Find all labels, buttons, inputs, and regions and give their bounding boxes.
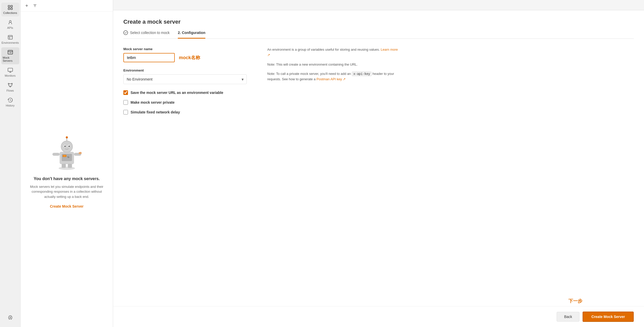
- middle-header: [21, 0, 113, 12]
- mock-name-input[interactable]: [123, 53, 175, 62]
- info-env: An environment is a group of variables u…: [267, 47, 401, 58]
- steps-nav: Select collection to mock 2. Configurati…: [123, 30, 634, 39]
- delay-label: Simulate fixed network delay: [131, 110, 180, 114]
- svg-point-20: [68, 146, 70, 147]
- environments-icon: [7, 34, 13, 40]
- sidebar-item-history[interactable]: History: [1, 95, 19, 109]
- svg-rect-7: [8, 68, 12, 72]
- env-select[interactable]: No Environment: [123, 74, 247, 84]
- top-bar: [113, 0, 644, 10]
- sidebar: Collections APIs Environments Mock Serve…: [0, 0, 21, 327]
- sidebar-item-environments[interactable]: Environments: [1, 32, 19, 46]
- apis-icon: [7, 20, 13, 25]
- svg-rect-6: [8, 50, 12, 54]
- name-row: mock名称: [123, 53, 257, 62]
- env-select-wrapper: No Environment ▾: [123, 74, 247, 84]
- history-icon: [7, 97, 13, 103]
- save-url-label: Save the mock server URL as an environme…: [131, 91, 223, 95]
- name-label: Mock server name: [123, 47, 257, 51]
- private-label: Make mock server private: [131, 100, 174, 104]
- svg-point-4: [9, 21, 11, 22]
- rocket-button[interactable]: [6, 313, 15, 322]
- empty-title: You don't have any mock servers.: [34, 176, 100, 181]
- sidebar-item-monitors[interactable]: Monitors: [1, 65, 19, 79]
- svg-rect-3: [11, 8, 12, 10]
- flows-icon: [7, 82, 13, 88]
- filter-button[interactable]: [32, 3, 38, 9]
- rocket-icon: [8, 315, 13, 320]
- svg-point-8: [8, 83, 9, 84]
- annotation-area: 下一步: [113, 298, 644, 306]
- checkbox-private: Make mock server private: [123, 100, 257, 105]
- postman-api-key-link[interactable]: Postman API key ↗: [317, 77, 346, 81]
- sidebar-item-label: APIs: [7, 26, 13, 29]
- sidebar-item-label: Environments: [2, 41, 19, 44]
- create-mock-server-link[interactable]: Create Mock Server: [50, 204, 84, 208]
- empty-desc: Mock servers let you simulate endpoints …: [26, 184, 108, 199]
- info-area: An environment is a group of variables u…: [267, 47, 401, 120]
- form-content-row: Mock server name mock名称 Environment No E…: [123, 47, 634, 120]
- sidebar-item-label: Monitors: [5, 74, 15, 77]
- back-button[interactable]: Back: [557, 312, 579, 322]
- private-checkbox[interactable]: [123, 100, 128, 105]
- save-url-checkbox[interactable]: [123, 90, 128, 95]
- info-env-text: An environment is a group of variables u…: [267, 48, 380, 51]
- create-mock-server-button[interactable]: Create Mock Server: [583, 312, 634, 322]
- info-note2: Note: To call a private mock server, you…: [267, 71, 401, 82]
- sidebar-item-label: Flows: [6, 89, 14, 92]
- step-1[interactable]: Select collection to mock: [123, 30, 170, 39]
- name-annotation: mock名称: [179, 55, 200, 61]
- svg-point-16: [66, 136, 68, 138]
- middle-empty-state: You don't have any mock servers. Mock se…: [21, 12, 113, 327]
- svg-rect-26: [63, 155, 66, 156]
- svg-rect-1: [11, 5, 12, 7]
- mock-servers-icon: [7, 49, 13, 55]
- sidebar-item-flows[interactable]: Flows: [1, 80, 19, 94]
- form-area: Mock server name mock名称 Environment No E…: [123, 47, 257, 120]
- mock-server-panel: Create a mock server Select collection t…: [113, 10, 644, 298]
- collections-icon: [7, 5, 13, 10]
- sidebar-item-collections[interactable]: Collections: [1, 3, 19, 16]
- plus-icon: [25, 4, 29, 8]
- checkbox-save-url: Save the mock server URL as an environme…: [123, 90, 257, 95]
- sidebar-bottom: [4, 311, 17, 324]
- svg-point-9: [11, 83, 12, 84]
- svg-rect-0: [8, 5, 10, 7]
- svg-point-19: [64, 146, 66, 147]
- svg-point-11: [10, 317, 11, 318]
- sidebar-item-apis[interactable]: APIs: [1, 17, 19, 31]
- name-section: Mock server name mock名称: [123, 47, 257, 62]
- middle-panel: You don't have any mock servers. Mock se…: [21, 0, 113, 327]
- step1-label: Select collection to mock: [130, 31, 170, 35]
- monitors-icon: [7, 67, 13, 73]
- sidebar-item-mock-servers[interactable]: Mock Servers: [1, 47, 19, 64]
- svg-point-14: [61, 141, 72, 152]
- step1-check: [123, 30, 128, 35]
- filter-icon: [33, 4, 37, 8]
- svg-rect-30: [68, 164, 72, 168]
- main-content: Create a mock server Select collection t…: [113, 0, 644, 327]
- add-button[interactable]: [24, 3, 30, 9]
- delay-checkbox[interactable]: [123, 110, 128, 114]
- svg-point-12: [59, 166, 75, 170]
- info-note1: Note: This will create a new environment…: [267, 62, 401, 67]
- env-label: Environment: [123, 68, 257, 72]
- svg-rect-2: [8, 8, 10, 10]
- sidebar-item-label: Collections: [3, 11, 17, 14]
- step2-label: 2. Configuration: [178, 31, 205, 35]
- x-api-key-code: x-api-key: [352, 72, 372, 76]
- svg-rect-5: [8, 36, 12, 39]
- checkbox-delay: Simulate fixed network delay: [123, 110, 257, 114]
- sidebar-item-label: Mock Servers: [3, 56, 18, 62]
- page-title: Create a mock server: [123, 19, 634, 25]
- svg-rect-29: [62, 164, 66, 168]
- empty-illustration: [46, 130, 87, 171]
- footer-bar: Back Create Mock Server: [113, 306, 644, 327]
- info-note2-prefix: Note: To call a private mock server, you…: [267, 72, 351, 76]
- env-section: Environment No Environment ▾: [123, 68, 257, 84]
- step-2[interactable]: 2. Configuration: [178, 31, 205, 39]
- svg-rect-23: [78, 152, 81, 154]
- svg-point-28: [68, 156, 69, 157]
- checkmark-icon: [124, 31, 127, 34]
- sidebar-item-label: History: [6, 104, 14, 107]
